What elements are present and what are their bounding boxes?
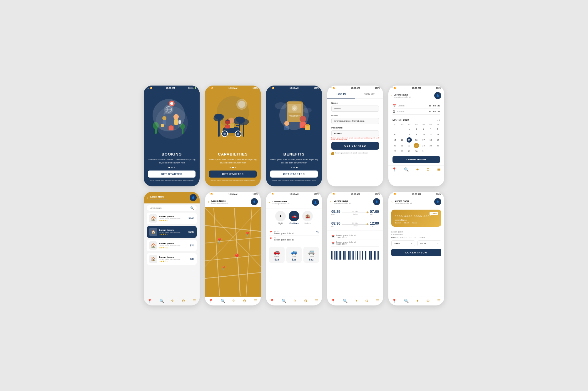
cal-day[interactable]: 22 bbox=[407, 143, 412, 148]
tab-signup[interactable]: SIGN UP bbox=[355, 90, 383, 98]
nav-settings-icon-map[interactable]: ⚙ bbox=[243, 299, 246, 303]
map-back-btn[interactable]: ‹ bbox=[208, 200, 209, 204]
nav-menu-icon-map[interactable]: ☰ bbox=[254, 299, 257, 303]
tab-flight[interactable]: ✈ Flight bbox=[275, 211, 286, 224]
nav-search-icon[interactable]: 🔍 bbox=[404, 167, 409, 172]
cal-day[interactable]: 30 bbox=[414, 148, 419, 154]
cal-day[interactable]: 1 bbox=[407, 126, 412, 131]
cal-day[interactable]: 29 bbox=[407, 148, 412, 154]
nav-search-icon-flight[interactable]: 🔍 bbox=[343, 299, 348, 303]
car-option-3[interactable]: 🚐 Lorem $32 bbox=[303, 247, 319, 263]
cal-day-today[interactable]: 15 bbox=[407, 137, 412, 143]
nav-search-icon-map[interactable]: 🔍 bbox=[220, 299, 225, 303]
cal-day[interactable]: 28 bbox=[399, 148, 405, 154]
nav-menu-icon[interactable]: ☰ bbox=[437, 167, 441, 172]
cal-confirm-btn[interactable]: LOREM IPSUM bbox=[392, 156, 440, 163]
cal-day[interactable]: 12 bbox=[435, 132, 440, 137]
cal-day[interactable]: 8 bbox=[407, 132, 412, 137]
tab-login[interactable]: LOG IN bbox=[327, 90, 355, 98]
cal-day[interactable]: 18 bbox=[428, 137, 433, 143]
nav-flight-icon-flight[interactable]: ✈ bbox=[355, 299, 358, 303]
form-select-2[interactable]: Ipsum ▾ bbox=[417, 240, 441, 246]
nav-settings-icon[interactable]: ⚙ bbox=[426, 167, 430, 172]
nav-flight-icon[interactable]: ✈ bbox=[416, 167, 419, 172]
auth-get-started[interactable]: GET STARTED bbox=[331, 142, 379, 150]
car-option-1[interactable]: 🚗 Lorem $18 bbox=[269, 247, 285, 263]
cal-day[interactable]: 7 bbox=[399, 132, 405, 137]
nav-menu-icon-list[interactable]: ☰ bbox=[193, 299, 196, 303]
nav-settings-icon-transport[interactable]: ⚙ bbox=[304, 299, 308, 303]
list-item-2[interactable]: 🏠 Lorem ipsum Lorem ipsum dolor sit amet… bbox=[147, 226, 197, 238]
auth-password-input[interactable] bbox=[331, 130, 379, 136]
nav-location-icon-list[interactable]: 📍 bbox=[147, 299, 152, 303]
cal-back-btn[interactable]: ‹ bbox=[391, 93, 392, 98]
nav-location-icon-payment[interactable]: 📍 bbox=[392, 299, 397, 303]
listings-search-input[interactable] bbox=[150, 207, 189, 209]
auth-checkbox[interactable]: ✓ bbox=[331, 152, 334, 155]
booking-get-started[interactable]: GET STARTED bbox=[148, 171, 196, 178]
tab-hotels[interactable]: 🏨 Hotels bbox=[302, 211, 313, 224]
cal-day[interactable]: 4 bbox=[428, 126, 433, 131]
nav-menu-icon-flight[interactable]: ☰ bbox=[376, 299, 380, 303]
flight-row-1[interactable]: 05:25 LOR 1h 35m 1 stop 07:00 IPS bbox=[327, 207, 383, 219]
payment-back-btn[interactable]: ‹ bbox=[391, 200, 392, 204]
flight-arr-time-2: 12:00 bbox=[370, 221, 379, 225]
nav-search-icon-list[interactable]: 🔍 bbox=[159, 299, 164, 303]
listings-back-btn[interactable]: ‹ bbox=[147, 195, 148, 200]
list-item-1[interactable]: 🏠 Lorem ipsum Lorem ipsum dolor sit amet… bbox=[147, 213, 197, 224]
nav-flight-icon-transport[interactable]: ✈ bbox=[293, 299, 297, 303]
cal-day[interactable]: 10 bbox=[421, 132, 426, 137]
car-option-2[interactable]: 🚙 Lorem $25 bbox=[286, 247, 302, 263]
nav-flight-icon-list[interactable]: ✈ bbox=[171, 299, 174, 303]
flight-detail-info-1: Lorem ipsum dolor st. 15.03.2022 bbox=[336, 234, 356, 238]
cal-next[interactable]: › bbox=[439, 118, 440, 122]
flight-row-2[interactable]: 08:30 IPS 3h 30m 1 stop 12:00 LOR bbox=[327, 219, 383, 231]
cal-day[interactable]: 27 bbox=[392, 148, 397, 154]
cal-day[interactable]: 11 bbox=[428, 132, 433, 137]
nav-location-icon-flight[interactable]: 📍 bbox=[331, 299, 335, 303]
cal-day[interactable]: 17 bbox=[421, 137, 426, 143]
cal-day[interactable]: 31 bbox=[421, 148, 426, 154]
cal-day[interactable]: 14 bbox=[399, 137, 405, 143]
listings-search-bar[interactable]: 🔍 bbox=[147, 205, 197, 211]
form-select-1[interactable]: Lorem ▾ bbox=[391, 240, 415, 246]
nav-flight-icon-payment[interactable]: ✈ bbox=[416, 299, 419, 303]
cal-day[interactable]: 25 bbox=[428, 143, 433, 148]
cal-day[interactable]: 13 bbox=[392, 137, 397, 143]
list-item-3[interactable]: 🏠 Lorem ipsum Lorem ipsum dolor sit amet… bbox=[147, 240, 197, 251]
cal-day[interactable]: 16 bbox=[414, 137, 419, 143]
route-swap-icon[interactable]: ⇅ bbox=[316, 230, 319, 234]
transport-back-btn[interactable]: ‹ bbox=[269, 200, 270, 204]
tab-car-hires[interactable]: 🚗 Car Hires bbox=[289, 211, 299, 224]
cal-day[interactable]: 3 bbox=[421, 126, 426, 131]
capabilities-get-started[interactable]: GET STARTED bbox=[209, 171, 257, 178]
cal-day[interactable]: 21 bbox=[399, 143, 405, 148]
auth-email-input[interactable] bbox=[331, 118, 379, 124]
cal-day[interactable]: 6 bbox=[392, 132, 397, 137]
benefits-get-started[interactable]: GET STARTED bbox=[270, 171, 318, 178]
list-item-4[interactable]: 🏠 Lorem ipsum Lorem ipsum dolor sit amet… bbox=[147, 253, 197, 265]
nav-menu-icon-transport[interactable]: ☰ bbox=[315, 299, 318, 303]
flight-back-btn[interactable]: ‹ bbox=[330, 200, 331, 204]
payment-confirm-btn[interactable]: LOREM IPSUM bbox=[391, 249, 441, 256]
cal-prev[interactable]: ‹ bbox=[437, 118, 438, 122]
cal-day[interactable]: 24 bbox=[421, 143, 426, 148]
cal-day[interactable]: 9 bbox=[414, 132, 419, 137]
auth-name-input[interactable] bbox=[331, 106, 379, 112]
nav-search-icon-transport[interactable]: 🔍 bbox=[282, 299, 286, 303]
nav-location-icon[interactable]: 📍 bbox=[392, 167, 397, 172]
cal-day[interactable]: 5 bbox=[435, 126, 440, 131]
nav-location-icon-map[interactable]: 📍 bbox=[208, 299, 213, 303]
nav-location-icon-transport[interactable]: 📍 bbox=[270, 299, 274, 303]
cal-day[interactable]: 26 bbox=[435, 143, 440, 148]
cal-day[interactable]: 2 bbox=[414, 126, 419, 131]
nav-flight-icon-map[interactable]: ✈ bbox=[232, 299, 235, 303]
nav-menu-icon-payment[interactable]: ☰ bbox=[437, 299, 441, 303]
cal-day-selected[interactable]: 23 bbox=[414, 143, 419, 148]
nav-search-icon-payment[interactable]: 🔍 bbox=[404, 299, 409, 303]
cal-day[interactable]: 20 bbox=[392, 143, 397, 148]
nav-settings-icon-payment[interactable]: ⚙ bbox=[426, 299, 430, 303]
nav-settings-icon-flight[interactable]: ⚙ bbox=[365, 299, 369, 303]
nav-settings-icon-list[interactable]: ⚙ bbox=[182, 299, 185, 303]
cal-day[interactable]: 19 bbox=[435, 137, 440, 143]
